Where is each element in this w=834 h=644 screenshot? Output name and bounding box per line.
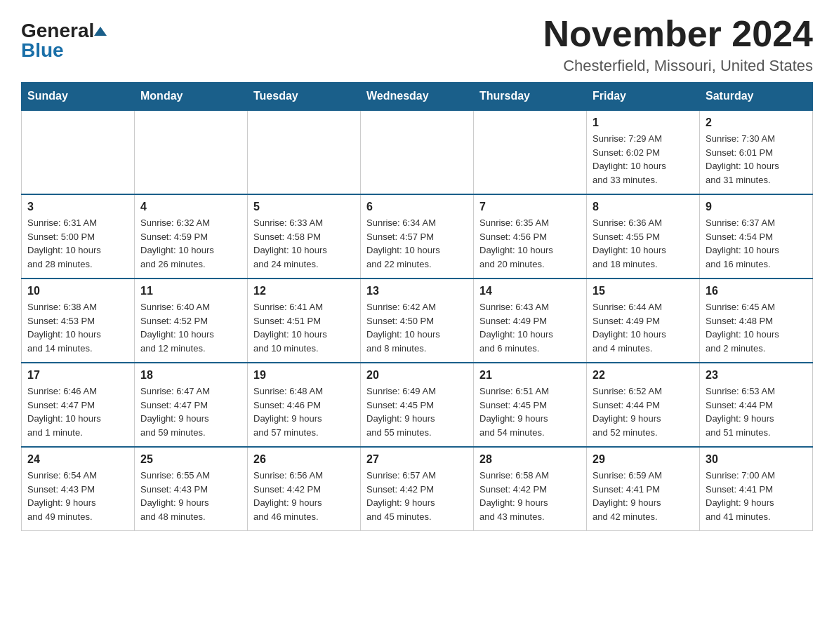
calendar-cell: 19Sunrise: 6:48 AMSunset: 4:46 PMDayligh… — [248, 363, 361, 447]
weekday-header-saturday: Saturday — [700, 83, 813, 111]
calendar-week-row: 1Sunrise: 7:29 AMSunset: 6:02 PMDaylight… — [22, 110, 813, 194]
calendar-cell — [22, 110, 135, 194]
calendar-cell: 23Sunrise: 6:53 AMSunset: 4:44 PMDayligh… — [700, 363, 813, 447]
day-number: 13 — [366, 285, 468, 297]
weekday-header-tuesday: Tuesday — [248, 83, 361, 111]
calendar-week-row: 17Sunrise: 6:46 AMSunset: 4:47 PMDayligh… — [22, 363, 813, 447]
calendar-cell: 14Sunrise: 6:43 AMSunset: 4:49 PMDayligh… — [474, 279, 587, 363]
calendar-cell — [248, 110, 361, 194]
day-info: Sunrise: 6:31 AMSunset: 5:00 PMDaylight:… — [27, 216, 128, 271]
calendar-cell: 1Sunrise: 7:29 AMSunset: 6:02 PMDaylight… — [587, 110, 700, 194]
day-info: Sunrise: 6:44 AMSunset: 4:49 PMDaylight:… — [593, 300, 694, 355]
calendar-cell: 21Sunrise: 6:51 AMSunset: 4:45 PMDayligh… — [474, 363, 587, 447]
calendar-cell: 3Sunrise: 6:31 AMSunset: 5:00 PMDaylight… — [22, 194, 135, 279]
day-number: 22 — [593, 369, 694, 382]
day-number: 12 — [253, 285, 355, 297]
day-info: Sunrise: 6:56 AMSunset: 4:42 PMDaylight:… — [253, 469, 355, 523]
calendar-cell: 24Sunrise: 6:54 AMSunset: 4:43 PMDayligh… — [22, 447, 135, 531]
calendar-cell — [135, 110, 248, 194]
calendar-cell: 15Sunrise: 6:44 AMSunset: 4:49 PMDayligh… — [587, 279, 700, 363]
calendar-cell: 10Sunrise: 6:38 AMSunset: 4:53 PMDayligh… — [22, 279, 135, 363]
day-info: Sunrise: 6:37 AMSunset: 4:54 PMDaylight:… — [706, 216, 807, 271]
calendar-cell: 5Sunrise: 6:33 AMSunset: 4:58 PMDaylight… — [248, 194, 361, 279]
day-info: Sunrise: 6:46 AMSunset: 4:47 PMDaylight:… — [27, 384, 128, 439]
page-header: General Blue November 2024 Chesterfield,… — [21, 14, 813, 75]
calendar-subtitle: Chesterfield, Missouri, United States — [543, 57, 813, 75]
day-number: 4 — [140, 201, 241, 213]
day-number: 6 — [366, 201, 468, 213]
calendar-cell: 28Sunrise: 6:58 AMSunset: 4:42 PMDayligh… — [474, 447, 587, 531]
day-number: 3 — [27, 201, 128, 213]
calendar-cell: 25Sunrise: 6:55 AMSunset: 4:43 PMDayligh… — [135, 447, 248, 531]
day-info: Sunrise: 6:57 AMSunset: 4:42 PMDaylight:… — [366, 469, 468, 523]
calendar-cell: 8Sunrise: 6:36 AMSunset: 4:55 PMDaylight… — [587, 194, 700, 279]
day-info: Sunrise: 6:59 AMSunset: 4:41 PMDaylight:… — [593, 469, 694, 523]
day-info: Sunrise: 6:49 AMSunset: 4:45 PMDaylight:… — [366, 384, 468, 439]
day-number: 20 — [366, 369, 468, 382]
day-number: 9 — [706, 201, 807, 213]
day-number: 2 — [706, 116, 807, 129]
day-info: Sunrise: 7:00 AMSunset: 4:41 PMDaylight:… — [706, 469, 807, 523]
day-number: 30 — [706, 453, 807, 466]
calendar-cell — [361, 110, 474, 194]
day-number: 28 — [479, 453, 581, 466]
day-info: Sunrise: 6:54 AMSunset: 4:43 PMDaylight:… — [27, 469, 128, 523]
calendar-table: SundayMondayTuesdayWednesdayThursdayFrid… — [21, 82, 813, 531]
calendar-cell: 20Sunrise: 6:49 AMSunset: 4:45 PMDayligh… — [361, 363, 474, 447]
day-info: Sunrise: 6:55 AMSunset: 4:43 PMDaylight:… — [140, 469, 241, 523]
day-info: Sunrise: 6:58 AMSunset: 4:42 PMDaylight:… — [479, 469, 581, 523]
calendar-cell: 22Sunrise: 6:52 AMSunset: 4:44 PMDayligh… — [587, 363, 700, 447]
logo-triangle-icon — [94, 27, 107, 36]
day-number: 16 — [706, 285, 807, 297]
title-block: November 2024 Chesterfield, Missouri, Un… — [543, 14, 813, 75]
calendar-cell: 4Sunrise: 6:32 AMSunset: 4:59 PMDaylight… — [135, 194, 248, 279]
day-number: 25 — [140, 453, 241, 466]
calendar-week-row: 10Sunrise: 6:38 AMSunset: 4:53 PMDayligh… — [22, 279, 813, 363]
day-number: 27 — [366, 453, 468, 466]
calendar-cell: 17Sunrise: 6:46 AMSunset: 4:47 PMDayligh… — [22, 363, 135, 447]
day-info: Sunrise: 6:47 AMSunset: 4:47 PMDaylight:… — [140, 384, 241, 439]
calendar-body: 1Sunrise: 7:29 AMSunset: 6:02 PMDaylight… — [22, 110, 813, 531]
day-number: 24 — [27, 453, 128, 466]
day-number: 11 — [140, 285, 241, 297]
day-info: Sunrise: 6:34 AMSunset: 4:57 PMDaylight:… — [366, 216, 468, 271]
logo-general-text: General — [21, 21, 94, 41]
day-number: 14 — [479, 285, 581, 297]
weekday-header-friday: Friday — [587, 83, 700, 111]
day-number: 26 — [253, 453, 355, 466]
calendar-cell: 7Sunrise: 6:35 AMSunset: 4:56 PMDaylight… — [474, 194, 587, 279]
calendar-cell: 12Sunrise: 6:41 AMSunset: 4:51 PMDayligh… — [248, 279, 361, 363]
day-number: 18 — [140, 369, 241, 382]
day-number: 10 — [27, 285, 128, 297]
calendar-week-row: 3Sunrise: 6:31 AMSunset: 5:00 PMDaylight… — [22, 194, 813, 279]
weekday-header-wednesday: Wednesday — [361, 83, 474, 111]
day-number: 8 — [593, 201, 694, 213]
calendar-cell: 11Sunrise: 6:40 AMSunset: 4:52 PMDayligh… — [135, 279, 248, 363]
calendar-cell: 29Sunrise: 6:59 AMSunset: 4:41 PMDayligh… — [587, 447, 700, 531]
calendar-cell: 13Sunrise: 6:42 AMSunset: 4:50 PMDayligh… — [361, 279, 474, 363]
day-info: Sunrise: 6:53 AMSunset: 4:44 PMDaylight:… — [706, 384, 807, 439]
calendar-week-row: 24Sunrise: 6:54 AMSunset: 4:43 PMDayligh… — [22, 447, 813, 531]
day-number: 19 — [253, 369, 355, 382]
day-info: Sunrise: 6:38 AMSunset: 4:53 PMDaylight:… — [27, 300, 128, 355]
calendar-cell: 26Sunrise: 6:56 AMSunset: 4:42 PMDayligh… — [248, 447, 361, 531]
day-info: Sunrise: 6:52 AMSunset: 4:44 PMDaylight:… — [593, 384, 694, 439]
calendar-cell: 16Sunrise: 6:45 AMSunset: 4:48 PMDayligh… — [700, 279, 813, 363]
day-number: 1 — [593, 116, 694, 129]
weekday-header-sunday: Sunday — [22, 83, 135, 111]
calendar-cell: 6Sunrise: 6:34 AMSunset: 4:57 PMDaylight… — [361, 194, 474, 279]
day-info: Sunrise: 6:33 AMSunset: 4:58 PMDaylight:… — [253, 216, 355, 271]
logo: General Blue — [21, 21, 107, 60]
day-info: Sunrise: 6:51 AMSunset: 4:45 PMDaylight:… — [479, 384, 581, 439]
day-info: Sunrise: 6:45 AMSunset: 4:48 PMDaylight:… — [706, 300, 807, 355]
day-info: Sunrise: 6:43 AMSunset: 4:49 PMDaylight:… — [479, 300, 581, 355]
day-info: Sunrise: 6:40 AMSunset: 4:52 PMDaylight:… — [140, 300, 241, 355]
calendar-cell: 18Sunrise: 6:47 AMSunset: 4:47 PMDayligh… — [135, 363, 248, 447]
calendar-title: November 2024 — [543, 14, 813, 54]
logo-blue-text: Blue — [21, 39, 64, 61]
weekday-header-row: SundayMondayTuesdayWednesdayThursdayFrid… — [22, 83, 813, 111]
calendar-cell — [474, 110, 587, 194]
day-info: Sunrise: 6:32 AMSunset: 4:59 PMDaylight:… — [140, 216, 241, 271]
day-info: Sunrise: 6:41 AMSunset: 4:51 PMDaylight:… — [253, 300, 355, 355]
day-info: Sunrise: 6:48 AMSunset: 4:46 PMDaylight:… — [253, 384, 355, 439]
